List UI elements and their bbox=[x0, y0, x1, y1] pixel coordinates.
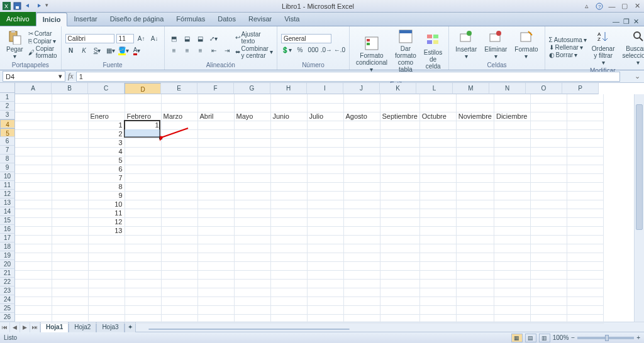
formula-bar[interactable]: 1 bbox=[76, 72, 620, 82]
cell-F6[interactable] bbox=[197, 138, 234, 147]
cell-K21[interactable] bbox=[380, 270, 419, 279]
cell-D10[interactable] bbox=[125, 173, 161, 182]
cell-D6[interactable] bbox=[125, 138, 161, 147]
border-button[interactable]: ▦▾ bbox=[105, 45, 116, 57]
merge-center-button[interactable]: ⬌ Combinar y centrar ▾ bbox=[235, 45, 273, 59]
cell-B19[interactable] bbox=[52, 253, 88, 261]
align-middle-icon[interactable]: ⬓ bbox=[182, 33, 193, 45]
cell-O11[interactable] bbox=[530, 182, 567, 191]
cell-E7[interactable] bbox=[161, 147, 197, 156]
cell-M9[interactable] bbox=[456, 165, 494, 173]
cell-B22[interactable] bbox=[52, 279, 88, 288]
bold-button[interactable]: N bbox=[65, 45, 77, 57]
cell-D26[interactable] bbox=[125, 314, 161, 323]
cell-P10[interactable] bbox=[567, 173, 603, 182]
cell-H18[interactable] bbox=[270, 244, 307, 253]
cell-J23[interactable] bbox=[343, 288, 380, 297]
cell-A13[interactable] bbox=[15, 200, 52, 209]
align-center-icon[interactable]: ≡ bbox=[182, 45, 193, 57]
cell-C18[interactable] bbox=[88, 244, 125, 253]
row-header-20[interactable]: 20 bbox=[0, 260, 15, 269]
cell-N25[interactable] bbox=[494, 305, 530, 314]
redo-icon[interactable] bbox=[35, 2, 43, 10]
cell-O23[interactable] bbox=[530, 288, 567, 297]
cell-M25[interactable] bbox=[456, 305, 494, 314]
cell-B15[interactable] bbox=[52, 217, 88, 226]
cell-C11[interactable]: 8 bbox=[88, 182, 125, 191]
cell-B3[interactable] bbox=[52, 112, 88, 121]
row-header-26[interactable]: 26 bbox=[0, 313, 15, 322]
cell-E6[interactable] bbox=[161, 138, 197, 147]
cell-B14[interactable] bbox=[52, 209, 88, 217]
cell-G19[interactable] bbox=[234, 253, 270, 261]
find-select-button[interactable]: Buscar y seleccionar▾ bbox=[619, 28, 644, 67]
cell-J19[interactable] bbox=[343, 253, 380, 261]
cell-O17[interactable] bbox=[530, 235, 567, 244]
first-sheet-icon[interactable]: ⏮ bbox=[0, 322, 10, 332]
scrollbar-thumb-h[interactable] bbox=[148, 329, 350, 330]
row-header-16[interactable]: 16 bbox=[0, 225, 15, 234]
cell-H5[interactable] bbox=[270, 129, 307, 138]
cell-N23[interactable] bbox=[494, 288, 530, 297]
cell-N5[interactable] bbox=[494, 129, 530, 138]
cell-E19[interactable] bbox=[161, 253, 197, 261]
cell-C17[interactable] bbox=[88, 235, 125, 244]
cell-G4[interactable] bbox=[234, 121, 270, 129]
row-header-3[interactable]: 3 bbox=[0, 111, 15, 119]
cell-N7[interactable] bbox=[494, 147, 530, 156]
cell-J8[interactable] bbox=[343, 156, 380, 165]
paste-button[interactable]: Pegar▾ bbox=[4, 28, 26, 61]
cell-K12[interactable] bbox=[380, 191, 419, 200]
cell-H10[interactable] bbox=[270, 173, 307, 182]
cell-A17[interactable] bbox=[15, 235, 52, 244]
minimize-ribbon-icon[interactable]: ▵ bbox=[582, 2, 591, 11]
cell-P18[interactable] bbox=[567, 244, 603, 253]
sheet-tab-hoja3[interactable]: Hoja3 bbox=[96, 322, 124, 332]
cell-C23[interactable] bbox=[88, 288, 125, 297]
cell-C16[interactable]: 13 bbox=[88, 226, 125, 235]
cell-H1[interactable] bbox=[270, 94, 307, 103]
worksheet-grid[interactable]: 1234567891011121314151617181920212223242… bbox=[0, 83, 644, 322]
cell-E21[interactable] bbox=[161, 270, 197, 279]
cell-J21[interactable] bbox=[343, 270, 380, 279]
cell-F8[interactable] bbox=[197, 156, 234, 165]
cell-A22[interactable] bbox=[15, 279, 52, 288]
cell-K9[interactable] bbox=[380, 165, 419, 173]
row-header-19[interactable]: 19 bbox=[0, 251, 15, 260]
cell-G15[interactable] bbox=[234, 217, 270, 226]
cell-I24[interactable] bbox=[307, 297, 343, 305]
cell-D12[interactable] bbox=[125, 191, 161, 200]
cell-M23[interactable] bbox=[456, 288, 494, 297]
cell-P25[interactable] bbox=[567, 305, 603, 314]
conditional-format-button[interactable]: Formato condicional▾ bbox=[353, 35, 390, 74]
cell-N6[interactable] bbox=[494, 138, 530, 147]
win-minimize-icon[interactable]: — bbox=[613, 18, 619, 26]
cell-N4[interactable] bbox=[494, 121, 530, 129]
cell-D18[interactable] bbox=[125, 244, 161, 253]
cell-B26[interactable] bbox=[52, 314, 88, 323]
chevron-down-icon[interactable]: ▾ bbox=[58, 72, 62, 80]
cell-L25[interactable] bbox=[419, 305, 456, 314]
cell-K20[interactable] bbox=[380, 261, 419, 270]
cell-N9[interactable] bbox=[494, 165, 530, 173]
cell-I21[interactable] bbox=[307, 270, 343, 279]
cell-I1[interactable] bbox=[307, 94, 343, 103]
expand-formula-bar-icon[interactable]: ⌄ bbox=[633, 72, 641, 81]
cell-H13[interactable] bbox=[270, 200, 307, 209]
cell-E16[interactable] bbox=[161, 226, 197, 235]
cell-P19[interactable] bbox=[567, 253, 603, 261]
cell-C25[interactable] bbox=[88, 305, 125, 314]
cell-E2[interactable] bbox=[161, 103, 197, 112]
cell-C15[interactable]: 12 bbox=[88, 217, 125, 226]
save-icon[interactable] bbox=[13, 2, 21, 10]
cell-C7[interactable]: 4 bbox=[88, 147, 125, 156]
cell-M21[interactable] bbox=[456, 270, 494, 279]
copy-button[interactable]: ⎘ Copiar ▾ bbox=[28, 38, 57, 45]
cell-M10[interactable] bbox=[456, 173, 494, 182]
cell-G17[interactable] bbox=[234, 235, 270, 244]
cell-P23[interactable] bbox=[567, 288, 603, 297]
cell-K17[interactable] bbox=[380, 235, 419, 244]
cell-O22[interactable] bbox=[530, 279, 567, 288]
cell-N20[interactable] bbox=[494, 261, 530, 270]
cell-C6[interactable]: 3 bbox=[88, 138, 125, 147]
